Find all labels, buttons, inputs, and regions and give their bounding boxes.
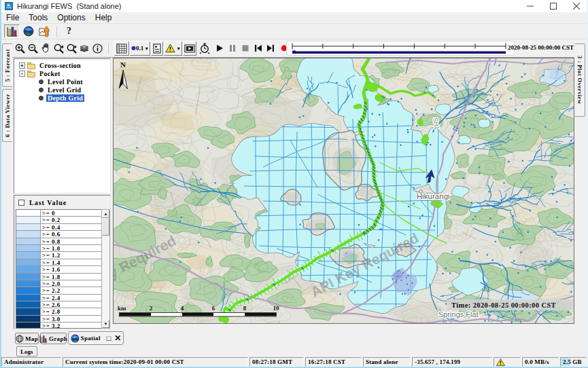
- legend-row: >= 3.0: [16, 316, 101, 323]
- expand-icon[interactable]: +: [19, 62, 25, 69]
- label-hikurangi: Hikurangi: [417, 192, 450, 200]
- layers-icon[interactable]: [78, 41, 91, 56]
- legend-color-swatch: [16, 252, 41, 258]
- tab-maximize-icon[interactable]: □: [107, 335, 111, 342]
- status-cell-stand-alone: Stand alone: [363, 357, 411, 367]
- legend-color-swatch: [16, 259, 41, 265]
- maximize-button[interactable]: [542, 0, 565, 12]
- tab-graph[interactable]: Graph: [40, 333, 67, 344]
- tree-item-cross-section[interactable]: +Cross-section: [14, 62, 110, 70]
- status-cell-16-27-18-cst: 16:27:18 CST: [305, 357, 362, 367]
- folder-icon: [27, 71, 35, 77]
- tab-data-viewer[interactable]: 6 : Data Viewer: [2, 89, 12, 142]
- pause-button[interactable]: [226, 41, 238, 56]
- scale-unit-label: km: [118, 305, 126, 312]
- legend-color-swatch: [16, 210, 41, 216]
- legend-row-label: >= 1.2: [41, 252, 60, 258]
- chevron-down-icon: ▼: [176, 46, 181, 51]
- legend-row-label: >= 1.8: [41, 274, 60, 280]
- last-value-checkbox[interactable]: [18, 200, 24, 206]
- tree-item-depth-grid[interactable]: Depth Grid: [14, 94, 110, 102]
- status-cell-0-0-mb-s: 0.0 MB/s: [522, 357, 559, 367]
- collapse-icon[interactable]: -: [19, 71, 25, 77]
- status-bar: AdministratorCurrent system time:2020-09…: [0, 357, 588, 367]
- legend-row-label: >= 2.0: [41, 280, 60, 287]
- legend-row: >= 2.8: [16, 308, 101, 315]
- map-time-label: Time: 2020-08-25 00:00:00 CST: [447, 299, 574, 310]
- application-window: Hikurangi FEWS (Stand alone) FileToolsOp…: [0, 0, 588, 368]
- stop-button[interactable]: [239, 41, 251, 56]
- legend-row: >= 2.6: [16, 301, 101, 308]
- bottom-tab-bar: Map Graph Spatial □ ✕: [12, 331, 574, 345]
- help-button[interactable]: ?: [67, 26, 71, 37]
- tree-item-label: Level Point: [46, 78, 84, 86]
- scroll-up-icon[interactable]: ▲: [102, 210, 109, 218]
- animation-button[interactable]: [183, 41, 196, 56]
- legend-row-label: >= 0: [41, 210, 55, 216]
- timeline-datetime: 2020-08-25 00:00:00 CST: [508, 44, 574, 51]
- legend-row: >= 2.4: [16, 295, 101, 301]
- play-button[interactable]: [213, 41, 225, 56]
- legend-button[interactable]: [151, 41, 163, 56]
- folder-icon: [27, 62, 35, 69]
- legend-row: >= 2.0: [16, 280, 101, 287]
- wire-globe-icon: [16, 335, 24, 343]
- spatial-globe-button[interactable]: [20, 24, 36, 38]
- tree-item-pocket[interactable]: -Pocket: [14, 70, 110, 78]
- legend-table: >= 0 >= 0.2 >= 0.4 >= 0.6 >= 0.8 >= 1.0 …: [16, 209, 101, 329]
- menu-item-file[interactable]: File: [1, 12, 24, 23]
- scroll-thumb[interactable]: [102, 218, 109, 236]
- zoom-out-icon[interactable]: [27, 41, 39, 56]
- legend-row-label: >= 1.6: [41, 266, 60, 272]
- legend-color-swatch: [16, 316, 41, 322]
- legend-scrollbar[interactable]: ▲ ▼: [101, 209, 110, 329]
- menu-item-help[interactable]: Help: [90, 12, 117, 23]
- tab-forecast[interactable]: 5 : Forecast: [2, 43, 12, 87]
- pan-icon[interactable]: [39, 41, 52, 56]
- logs-button[interactable]: Logs: [16, 346, 37, 356]
- legend-color-swatch: [16, 274, 41, 280]
- zoom-previous-icon[interactable]: [52, 41, 65, 56]
- layer-dot-icon: [39, 79, 44, 84]
- window-title: Hikurangi FEWS (Stand alone): [17, 2, 121, 10]
- skip-end-button[interactable]: [265, 41, 277, 56]
- scroll-down-icon[interactable]: ▼: [102, 320, 109, 328]
- legend-color-swatch: [16, 280, 41, 287]
- zoom-in-icon[interactable]: [14, 41, 27, 56]
- timer-icon[interactable]: [198, 41, 211, 56]
- grid-button[interactable]: [114, 41, 129, 56]
- tree-item-level-point[interactable]: Level Point: [14, 78, 110, 86]
- tab-close-icon[interactable]: ✕: [114, 335, 121, 342]
- last-value-row: Last Value: [14, 196, 110, 209]
- zoom-next-icon[interactable]: [65, 41, 78, 56]
- dot-scale-dropdown[interactable]: 0.1 ▼: [130, 41, 150, 56]
- legend-row-label: >= 0.8: [41, 238, 60, 244]
- legend-color-swatch: [16, 301, 41, 308]
- legend-row: >= 2.2: [16, 287, 101, 294]
- legend-row-label: >= 0.2: [41, 217, 60, 223]
- tree-item-level-grid[interactable]: Level Grid: [14, 86, 110, 94]
- timeline-slider[interactable]: [286, 41, 515, 56]
- menu-item-tools[interactable]: Tools: [24, 12, 52, 23]
- logs-row: Logs: [12, 345, 574, 357]
- close-button[interactable]: [565, 0, 588, 12]
- title-bar: Hikurangi FEWS (Stand alone): [0, 0, 588, 12]
- tab-spatial[interactable]: Spatial □ ✕: [68, 331, 124, 345]
- toolbar-separator: [56, 26, 57, 37]
- explorer-chart-button[interactable]: [4, 24, 20, 38]
- svg-text:Time: 2020-08-25 00:00:00 CST: Time: 2020-08-25 00:00:00 CST: [451, 301, 556, 309]
- blue-globe-icon: [71, 334, 80, 343]
- tab-map[interactable]: Map: [15, 333, 39, 344]
- minimize-button[interactable]: [519, 0, 542, 12]
- legend-color-swatch: [16, 245, 41, 251]
- info-icon[interactable]: [91, 41, 104, 56]
- map-view[interactable]: API Key RequiredAPI Key Required Hikuran…: [113, 58, 574, 324]
- dot-scale-value: 0.1: [136, 45, 143, 52]
- skip-start-button[interactable]: [252, 41, 264, 56]
- tab-plot-overview[interactable]: 3 : Plot Overview: [574, 43, 585, 117]
- legend-color-swatch: [16, 231, 41, 237]
- warning-dropdown[interactable]: ▼: [164, 41, 182, 56]
- legend-row: >= 1.8: [16, 274, 101, 280]
- import-chart-button[interactable]: [37, 24, 52, 38]
- menu-item-options[interactable]: Options: [52, 12, 90, 23]
